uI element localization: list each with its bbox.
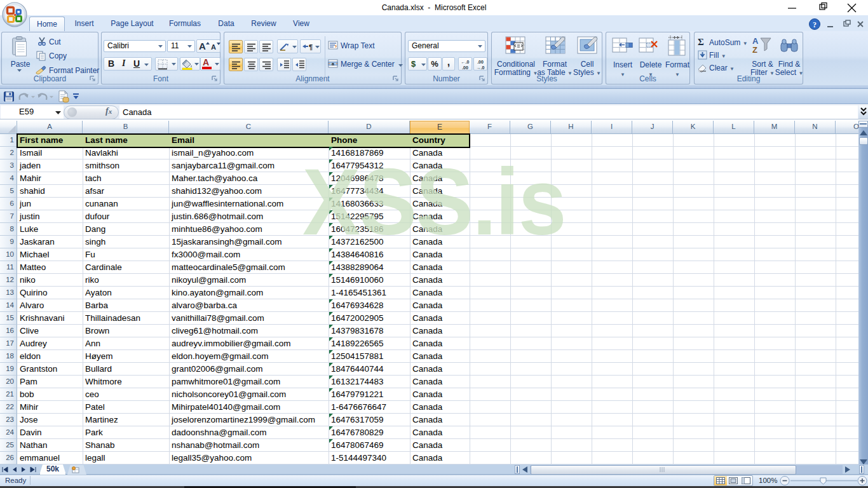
svg-text:?: ? [813,20,817,29]
svg-text:Z: Z [752,45,757,55]
svg-text:a: a [332,62,334,66]
svg-text:A: A [752,36,759,46]
svg-text:¶: ¶ [309,43,313,51]
